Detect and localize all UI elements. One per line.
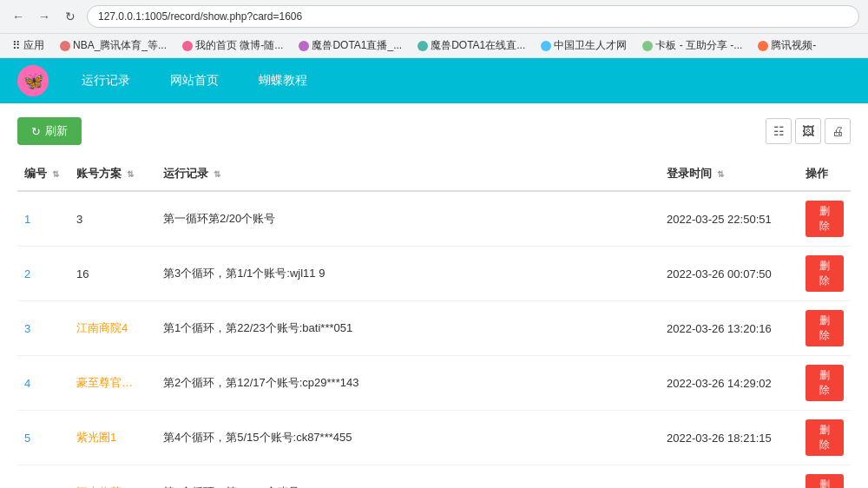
nav-item-home[interactable]: 网站首页 (163, 69, 226, 92)
nav-item-tutorial[interactable]: 蝴蝶教程 (252, 69, 314, 92)
bookmark-nba[interactable]: NBA_腾讯体育_等... (55, 36, 172, 55)
cell-id: 6 (17, 465, 69, 489)
bookmark-apps[interactable]: ⠿ 应用 (7, 36, 49, 55)
table-row: 1 3 第一循环第2/20个账号 2022-03-25 22:50:51 删除 (17, 191, 851, 247)
nav-logo: 🦋 (17, 65, 49, 96)
bookmark-tencent-video-icon (758, 41, 768, 51)
bookmark-dota2[interactable]: 魔兽DOTA1在线直... (412, 36, 530, 55)
cell-action: 删除 (799, 411, 851, 465)
delete-button[interactable]: 删除 (806, 201, 844, 237)
refresh-button[interactable]: ↻ 刷新 (17, 117, 82, 145)
refresh-button[interactable]: ↻ (61, 7, 80, 26)
bookmark-card-label: 卡板 - 互助分享 -... (655, 38, 742, 53)
cell-id: 5 (17, 411, 69, 465)
bookmark-dota2-icon (418, 41, 428, 51)
bookmark-card-icon (642, 41, 653, 51)
cell-id: 3 (17, 301, 69, 356)
table-header-row: 编号 ⇅ 账号方案 ⇅ 运行记录 ⇅ 登录时间 ⇅ 操作 (17, 157, 851, 191)
url-bar[interactable] (87, 5, 859, 28)
cell-time: 2022-03-26 13:20:16 (660, 301, 799, 356)
bookmark-weibo[interactable]: 我的首页 微博-随... (177, 36, 288, 55)
cell-id: 4 (17, 356, 69, 411)
refresh-icon: ↻ (31, 125, 41, 138)
cell-time: 2022-03-26 14:29:02 (660, 356, 799, 411)
cell-account: 3 (69, 191, 156, 247)
cell-action: 删除 (799, 191, 851, 247)
cell-record: 第4个循环，第5/15个账号:ck87***455 (156, 411, 660, 465)
refresh-label: 刷新 (45, 123, 68, 139)
cell-account: 16 (69, 247, 156, 301)
bookmark-health[interactable]: 中国卫生人才网 (536, 36, 632, 55)
cell-record: 第一循环第2/20个账号 (156, 191, 660, 247)
image-icon: 🖼 (802, 124, 814, 138)
cell-record: 第1个循环，第22/23个账号:bati***051 (156, 301, 660, 356)
table-row: 3 江南商院4 第1个循环，第22/23个账号:bati***051 2022-… (17, 301, 851, 356)
delete-button[interactable]: 删除 (806, 310, 844, 346)
cell-record: 第2个循环，第12/17个账号:cp29***143 (156, 356, 660, 411)
bookmark-dota1-label: 魔兽DOTA1直播_... (312, 38, 402, 53)
cell-time: 2022-03-25 22:50:51 (660, 191, 799, 247)
bookmark-tencent-video[interactable]: 腾讯视频- (753, 36, 821, 55)
cell-account: 紫光圈1 (69, 411, 156, 465)
cell-account: 豪至尊官… (69, 356, 156, 411)
nav-item-records[interactable]: 运行记录 (75, 69, 137, 92)
bookmark-health-label: 中国卫生人才网 (554, 38, 627, 53)
main-content: ↻ 刷新 ☷ 🖼 🖨 编号 ⇅ (0, 103, 868, 488)
cell-action: 删除 (799, 356, 851, 411)
toolbar: ↻ 刷新 ☷ 🖼 🖨 (17, 117, 851, 145)
cell-id: 2 (17, 247, 69, 301)
cell-action: 删除 (799, 301, 851, 356)
cell-account: 江南收菜1 (69, 465, 156, 489)
delete-button[interactable]: 删除 (806, 419, 844, 456)
bookmark-tencent-video-label: 腾讯视频- (771, 38, 816, 53)
cell-account: 江南商院4 (69, 301, 156, 356)
app-container: 🦋 运行记录 网站首页 蝴蝶教程 ↻ 刷新 ☷ 🖼 🖨 (0, 58, 868, 488)
back-button[interactable]: ← (9, 7, 28, 26)
bookmark-card[interactable]: 卡板 - 互助分享 -... (637, 36, 747, 55)
top-nav: 🦋 运行记录 网站首页 蝴蝶教程 (0, 58, 868, 103)
bookmarks-bar: ⠿ 应用 NBA_腾讯体育_等... 我的首页 微博-随... 魔兽DOTA1直… (0, 34, 868, 58)
col-header-account: 账号方案 ⇅ (69, 157, 156, 191)
bookmark-weibo-label: 我的首页 微博-随... (195, 38, 283, 53)
cell-record: 第4个循环，第27/65个账号:4411***010 (156, 465, 660, 489)
delete-button[interactable]: 删除 (806, 255, 844, 292)
delete-button[interactable]: 删除 (806, 365, 844, 401)
print-icon: 🖨 (832, 124, 844, 138)
delete-button[interactable]: 删除 (806, 474, 844, 488)
bookmark-dota2-label: 魔兽DOTA1在线直... (431, 38, 525, 53)
forward-button[interactable]: → (35, 7, 54, 26)
table-row: 5 紫光圈1 第4个循环，第5/15个账号:ck87***455 2022-03… (17, 411, 851, 465)
table-row: 2 16 第3个循环，第1/1个账号:wjl11 9 2022-03-26 00… (17, 247, 851, 301)
toolbar-icons: ☷ 🖼 🖨 (766, 118, 851, 144)
bookmark-health-icon (541, 41, 551, 51)
bookmark-weibo-icon (182, 41, 193, 51)
bookmark-dota1-icon (299, 41, 309, 51)
cell-action: 删除 (799, 247, 851, 301)
bookmark-nba-icon (60, 41, 70, 51)
sort-icon-id[interactable]: ⇅ (52, 169, 59, 179)
grid-view-button[interactable]: ☷ (766, 118, 792, 144)
grid-icon: ☷ (773, 124, 785, 138)
print-button[interactable]: 🖨 (825, 118, 851, 144)
cell-time: 2022-03-26 00:07:50 (660, 247, 799, 301)
browser-chrome: ← → ↻ (0, 0, 868, 34)
table-row: 6 江南收菜1 第4个循环，第27/65个账号:4411***010 2022-… (17, 465, 851, 489)
col-header-action: 操作 (799, 157, 851, 191)
sort-icon-time[interactable]: ⇅ (717, 169, 724, 179)
cell-action: 删除 (799, 465, 851, 489)
sort-icon-account[interactable]: ⇅ (127, 169, 134, 179)
cell-time: 2022-03-26 18:16:21 (660, 465, 799, 489)
sort-icon-record[interactable]: ⇅ (214, 169, 220, 179)
col-header-record: 运行记录 ⇅ (156, 157, 660, 191)
bookmark-dota1[interactable]: 魔兽DOTA1直播_... (293, 36, 407, 55)
col-header-time: 登录时间 ⇅ (660, 157, 799, 191)
image-view-button[interactable]: 🖼 (795, 118, 821, 144)
cell-id: 1 (17, 191, 69, 247)
cell-record: 第3个循环，第1/1个账号:wjl11 9 (156, 247, 660, 301)
table-row: 4 豪至尊官… 第2个循环，第12/17个账号:cp29***143 2022-… (17, 356, 851, 411)
records-table: 编号 ⇅ 账号方案 ⇅ 运行记录 ⇅ 登录时间 ⇅ 操作 (17, 157, 851, 488)
bookmark-nba-label: NBA_腾讯体育_等... (73, 38, 167, 53)
col-header-id: 编号 ⇅ (17, 157, 69, 191)
cell-time: 2022-03-26 18:21:15 (660, 411, 799, 465)
logo-icon: 🦋 (23, 70, 44, 91)
